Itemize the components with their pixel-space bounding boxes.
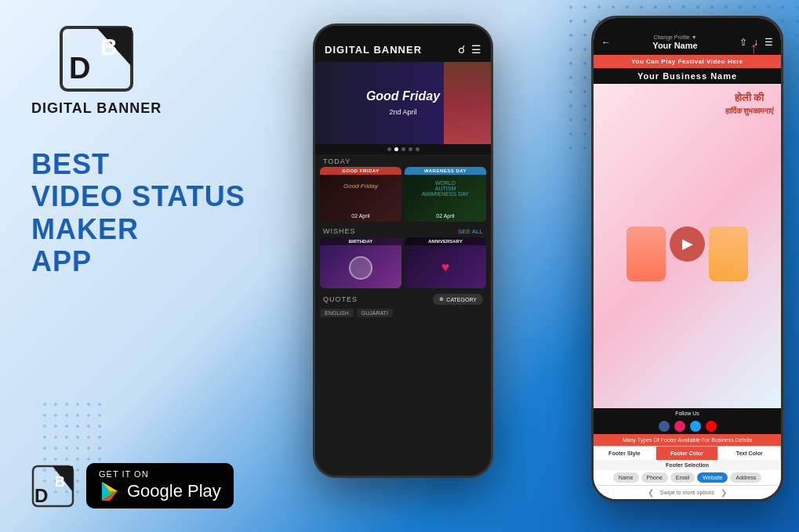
card2-date: 02 April bbox=[405, 213, 486, 219]
share-icon[interactable]: ⇧ bbox=[739, 37, 747, 48]
phone1-notch bbox=[380, 32, 427, 43]
follow-us-label: Follow Us bbox=[594, 408, 781, 418]
see-all-link[interactable]: SEE ALL bbox=[458, 228, 483, 235]
headline: BEST VIDEO STATUS MAKER APP bbox=[31, 148, 267, 278]
footer-style-tab[interactable]: Footer Style bbox=[594, 447, 656, 460]
swipe-left-arrow[interactable]: ❮ bbox=[648, 488, 654, 497]
phone-btn[interactable]: Phone bbox=[641, 472, 668, 483]
text-color-tab[interactable]: Text Color bbox=[718, 447, 781, 460]
character2 bbox=[709, 226, 748, 281]
awareness-card[interactable]: WARENESS DAY WORLDAUTISMAWARENESS DAY 02… bbox=[405, 167, 486, 222]
english-btn[interactable]: ENGLISH bbox=[320, 309, 354, 317]
festival-section: You Can Play Festival Video Here ↑ bbox=[594, 55, 781, 68]
phone2-notch bbox=[664, 24, 711, 35]
logo-text: DIGITAL BANNER bbox=[31, 100, 162, 117]
instagram-icon bbox=[674, 421, 685, 432]
category-icon: ⊕ bbox=[439, 296, 444, 302]
p2-menu-icon[interactable]: ☰ bbox=[764, 37, 773, 48]
dot-3 bbox=[401, 147, 405, 151]
phone2: ← Change Profile ▼ Your Name ⇧ ↓ ☰ You C… bbox=[591, 16, 783, 501]
google-play-text: Google Play bbox=[127, 481, 221, 501]
p1-header-icons: ☌ ☰ bbox=[458, 43, 481, 56]
dot-5 bbox=[416, 147, 419, 151]
up-arrow-icon: ↑ bbox=[750, 39, 757, 57]
tagline-line2: VIDEO STATUS MAKER bbox=[31, 180, 267, 245]
good-friday-card[interactable]: GOOD FRIDAY Good Friday 02 April bbox=[320, 167, 401, 222]
birthday-decoration bbox=[349, 256, 372, 280]
twitter-icon bbox=[690, 421, 701, 432]
carousel-dots bbox=[315, 144, 491, 154]
wishes-grid: BIRTHDAY ANNIVERSARY ♥ bbox=[315, 237, 491, 291]
footer-selection-label: Footer Selection bbox=[594, 460, 781, 470]
footer-annotation-text: Many Types Of Footer Available For Busin… bbox=[623, 437, 752, 443]
phone1: DIGITAL BANNER ☌ ☰ Good Friday 2nd April bbox=[313, 24, 493, 478]
social-icons bbox=[594, 418, 781, 434]
google-play-badge[interactable]: GET IT ON Google Play bbox=[86, 463, 234, 508]
change-profile-label[interactable]: Change Profile ▼ bbox=[653, 34, 696, 40]
tagline-line3: APP bbox=[31, 245, 267, 277]
logo-area: D B DIGITAL BANNER bbox=[31, 24, 162, 117]
holi-characters: ▶ bbox=[626, 226, 748, 281]
jesus-image bbox=[444, 62, 491, 144]
category-label: CATEGORY bbox=[446, 297, 477, 302]
p1-banner: Good Friday 2nd April bbox=[315, 62, 491, 144]
svg-text:B: B bbox=[55, 474, 65, 490]
footer-tabs: Footer Style Footer Color Text Color bbox=[594, 446, 781, 460]
category-button[interactable]: ⊕ CATEGORY bbox=[433, 294, 483, 305]
small-logo: D B bbox=[31, 465, 74, 508]
footer-annotation-section: Many Types Of Footer Available For Busin… bbox=[594, 434, 781, 446]
left-panel: D B DIGITAL BANNER BEST VIDEO STATUS MAK… bbox=[0, 0, 298, 532]
anniversary-label: ANNIVERSARY bbox=[405, 237, 486, 245]
dot-4 bbox=[409, 147, 412, 151]
swipe-text: Swipe to more options bbox=[660, 490, 714, 495]
business-name-bar: Your Business Name bbox=[594, 68, 781, 84]
footer-buttons: Name Phone Email Website Address bbox=[594, 470, 781, 485]
swipe-right-arrow[interactable]: ❯ bbox=[721, 488, 727, 497]
card2-label: WARENESS DAY bbox=[405, 167, 486, 175]
svg-text:B: B bbox=[100, 34, 118, 60]
banner-subtitle: 2nd April bbox=[389, 108, 416, 116]
footer-color-tab[interactable]: Footer Color bbox=[656, 447, 719, 460]
back-icon[interactable]: ← bbox=[601, 37, 611, 48]
tagline-line1: BEST bbox=[31, 148, 267, 180]
heart-icon: ♥ bbox=[441, 259, 450, 276]
card1-date: 02 April bbox=[320, 213, 401, 219]
holi-content: होली कीहार्दिक शुभकामनाएं ▶ bbox=[594, 84, 781, 408]
search-icon[interactable]: ☌ bbox=[458, 43, 465, 56]
facebook-icon bbox=[659, 421, 670, 432]
app-logo-icon: D B bbox=[57, 24, 136, 94]
today-grid: GOOD FRIDAY Good Friday 02 April WARENES… bbox=[315, 167, 491, 225]
card1-label: GOOD FRIDAY bbox=[320, 167, 401, 175]
profile-info: Change Profile ▼ Your Name bbox=[652, 34, 697, 50]
character1 bbox=[626, 226, 666, 281]
right-arrow-icon: → bbox=[775, 432, 783, 447]
email-btn[interactable]: Email bbox=[670, 472, 695, 483]
banner-title: Good Friday bbox=[366, 89, 440, 103]
phones-container: DIGITAL BANNER ☌ ☰ Good Friday 2nd April bbox=[266, 0, 799, 532]
section-today: TODAY bbox=[315, 154, 491, 167]
card1-inner-text: Good Friday bbox=[320, 183, 401, 190]
menu-icon[interactable]: ☰ bbox=[471, 43, 481, 56]
anniversary-card[interactable]: ANNIVERSARY ♥ bbox=[405, 237, 486, 288]
holi-text: होली कीहार्दिक शुभकामनाएं bbox=[725, 92, 774, 117]
gujarati-btn[interactable]: GUJARATI bbox=[357, 309, 393, 317]
dot-2 bbox=[394, 147, 398, 151]
card2-inner-text: WORLDAUTISMAWARENESS DAY bbox=[405, 180, 486, 197]
bottom-area: D B GET IT ON Google Play bbox=[31, 463, 234, 508]
get-it-on-text: GET IT ON bbox=[99, 469, 149, 479]
birthday-card[interactable]: BIRTHDAY bbox=[320, 237, 401, 288]
section-wishes: WISHES bbox=[323, 227, 356, 235]
wishes-row: WISHES SEE ALL bbox=[315, 225, 491, 237]
address-btn[interactable]: Address bbox=[730, 472, 761, 483]
p1-app-title: DIGITAL BANNER bbox=[325, 44, 422, 56]
name-btn[interactable]: Name bbox=[613, 472, 639, 483]
swipe-row: ❮ Swipe to more options ❯ bbox=[594, 485, 781, 499]
profile-name: Your Name bbox=[652, 41, 697, 50]
play-button[interactable]: ▶ bbox=[670, 226, 705, 262]
dot-1 bbox=[387, 147, 391, 151]
quotes-row: QUOTES ⊕ CATEGORY bbox=[315, 291, 491, 307]
svg-text:D: D bbox=[35, 485, 48, 506]
website-btn[interactable]: Website bbox=[697, 472, 728, 483]
section-quotes: QUOTES bbox=[323, 295, 358, 303]
p1-header: DIGITAL BANNER ☌ ☰ bbox=[315, 26, 491, 62]
